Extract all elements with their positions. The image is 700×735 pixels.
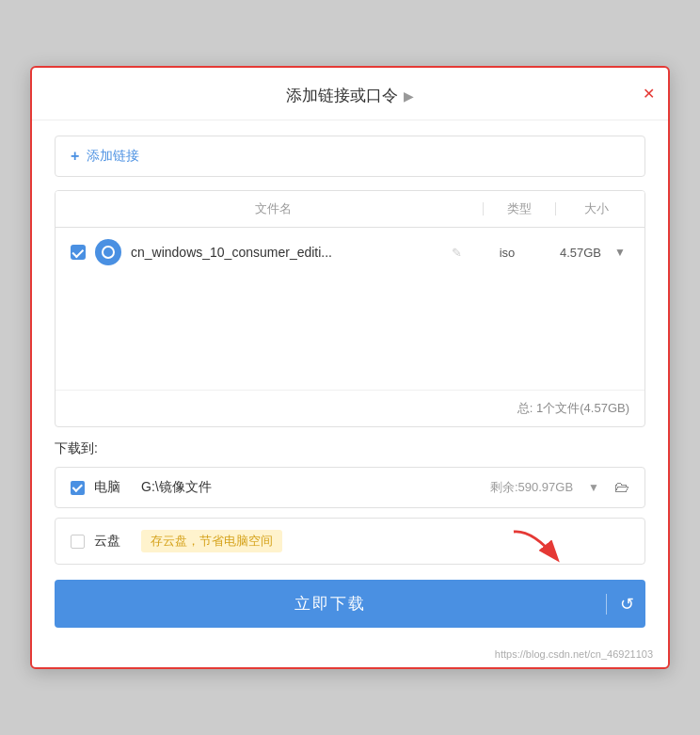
col-type-header: 类型 xyxy=(491,200,548,217)
table-row: cn_windows_10_consumer_editi... ✎ iso 4.… xyxy=(56,228,644,277)
file-total-label: 总: xyxy=(517,401,533,415)
title-arrow-icon: ▶ xyxy=(404,88,414,104)
destination-pc: 电脑 G:\镜像文件 剩余:590.97GB ▼ 🗁 xyxy=(55,467,645,508)
download-button-text: 立即下载 xyxy=(55,593,606,615)
file-table: 文件名 类型 大小 cn_windows_10_consumer_editi..… xyxy=(55,190,645,427)
file-icon-inner xyxy=(102,246,115,259)
cloud-badge: 存云盘，节省电脑空间 xyxy=(141,530,282,552)
file-type: iso xyxy=(479,246,535,260)
edit-icon[interactable]: ✎ xyxy=(452,246,462,260)
pc-checkbox[interactable] xyxy=(71,481,85,495)
file-table-empty xyxy=(56,277,644,390)
dialog-header: 添加链接或口令 ▶ ✕ xyxy=(32,68,668,120)
add-link-plus-icon: + xyxy=(71,148,79,165)
folder-icon[interactable]: 🗁 xyxy=(614,479,629,496)
close-button[interactable]: ✕ xyxy=(643,87,655,102)
watermark: https://blog.csdn.net/cn_46921103 xyxy=(32,643,668,667)
file-dropdown-icon[interactable]: ▼ xyxy=(611,246,629,259)
download-btn-divider xyxy=(606,594,607,615)
download-button-area: 立即下载 ↺ xyxy=(55,580,645,628)
pc-label: 电脑 xyxy=(94,479,132,496)
dialog-wrapper: 添加链接或口令 ▶ ✕ + 添加链接 文件名 类型 大小 xyxy=(0,0,700,735)
dialog: 添加链接或口令 ▶ ✕ + 添加链接 文件名 类型 大小 xyxy=(30,66,670,669)
col-separator-1 xyxy=(483,202,484,216)
download-to-label: 下载到: xyxy=(55,440,645,457)
file-total-value: 1个文件(4.57GB) xyxy=(536,401,629,415)
history-icon[interactable]: ↺ xyxy=(620,594,634,615)
cloud-checkbox[interactable] xyxy=(71,535,85,549)
file-table-header: 文件名 类型 大小 xyxy=(56,191,644,228)
dialog-title-text: 添加链接或口令 xyxy=(286,85,398,106)
add-link-row[interactable]: + 添加链接 xyxy=(55,136,645,177)
pc-dropdown-icon[interactable]: ▼ xyxy=(588,481,599,494)
file-checkbox[interactable] xyxy=(71,245,86,260)
add-link-text: 添加链接 xyxy=(87,148,139,165)
col-name-header: 文件名 xyxy=(71,200,475,217)
col-size-header: 大小 xyxy=(564,200,629,217)
download-button[interactable]: 立即下载 ↺ xyxy=(55,580,645,628)
file-total: 总: 1个文件(4.57GB) xyxy=(56,390,644,426)
col-separator-2 xyxy=(555,202,556,216)
dialog-body: + 添加链接 文件名 类型 大小 xyxy=(32,120,668,643)
file-size: 4.57GB xyxy=(545,246,601,260)
pc-remaining: 剩余:590.97GB xyxy=(490,479,573,496)
dialog-title: 添加链接或口令 ▶ xyxy=(286,85,414,106)
file-icon xyxy=(95,239,121,265)
pc-path: G:\镜像文件 xyxy=(141,479,481,496)
file-name: cn_windows_10_consumer_editi... xyxy=(131,245,442,260)
destination-cloud: 云盘 存云盘，节省电脑空间 xyxy=(55,518,645,565)
cloud-label: 云盘 xyxy=(94,533,132,550)
